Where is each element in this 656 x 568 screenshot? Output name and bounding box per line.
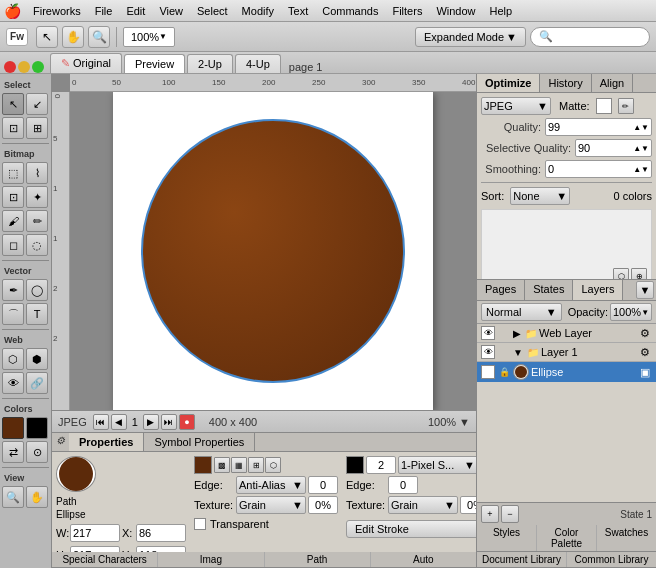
layer-ellipse[interactable]: 👁 🔒 Ellipse ▣: [477, 362, 656, 382]
tab-align[interactable]: Align: [592, 74, 633, 92]
tab-preview[interactable]: Preview: [124, 54, 185, 73]
tool-hotspot[interactable]: ⬡: [2, 348, 24, 370]
selective-quality-input[interactable]: 90 ▲▼: [575, 139, 652, 157]
quality-stepper[interactable]: ▲▼: [633, 123, 649, 132]
opacity-input[interactable]: 100% ▼: [610, 303, 652, 321]
selective-stepper[interactable]: ▲▼: [633, 144, 649, 153]
tool-magic-wand[interactable]: ✦: [26, 186, 48, 208]
tool-text[interactable]: T: [26, 303, 48, 325]
tool-scale[interactable]: ⊡: [2, 117, 24, 139]
fill-icon-4[interactable]: ⬡: [265, 457, 281, 473]
tab-optimize[interactable]: Optimize: [477, 74, 540, 92]
maximize-button[interactable]: [32, 61, 44, 73]
menu-text[interactable]: Text: [282, 3, 314, 19]
tab-layers[interactable]: Layers: [573, 280, 623, 300]
apple-menu[interactable]: 🍎: [4, 3, 21, 19]
tool-hand-view[interactable]: ✋: [26, 486, 48, 508]
special-doc-library[interactable]: Document Library: [477, 552, 567, 567]
menu-commands[interactable]: Commands: [316, 3, 384, 19]
zoom-arrow-status[interactable]: ▼: [459, 416, 470, 428]
tab-symbol-properties[interactable]: Symbol Properties: [144, 433, 255, 451]
nav-first[interactable]: ⏮: [93, 414, 109, 430]
fill-icon-3[interactable]: ⊞: [248, 457, 264, 473]
menu-modify[interactable]: Modify: [236, 3, 280, 19]
canvas-content[interactable]: [70, 92, 476, 410]
stroke-type-dropdown[interactable]: 1-Pixel S... ▼: [398, 456, 476, 474]
special-swatches[interactable]: Swatches: [597, 525, 656, 551]
special-common-library[interactable]: Common Library: [567, 552, 656, 567]
zoom-field[interactable]: 100% ▼: [123, 27, 175, 47]
fill-color-swatch[interactable]: [194, 456, 212, 474]
nav-prev[interactable]: ◀: [111, 414, 127, 430]
matte-icon[interactable]: ✏: [618, 98, 634, 114]
tool-select[interactable]: ↖: [2, 93, 24, 115]
tool-eraser[interactable]: ◻: [2, 234, 24, 256]
ellipse-eye[interactable]: 👁: [481, 365, 495, 379]
texture-dropdown[interactable]: Grain ▼: [236, 496, 306, 514]
menu-file[interactable]: File: [89, 3, 119, 19]
tool-zoom-view[interactable]: 🔍: [2, 486, 24, 508]
swatch-icon-1[interactable]: ⬡: [613, 268, 629, 279]
toolbar-zoom[interactable]: 🔍: [88, 26, 110, 48]
tool-fill-color[interactable]: [2, 417, 24, 439]
layer-1[interactable]: 👁 ▼ 📁 Layer 1 ⚙: [477, 343, 656, 362]
x-input[interactable]: 86: [136, 524, 186, 542]
stroke-texture-pct[interactable]: 0%: [460, 496, 476, 514]
tool-freeform[interactable]: ⌒: [2, 303, 24, 325]
tab-4up[interactable]: 4-Up: [235, 54, 281, 73]
edge-num[interactable]: 0: [308, 476, 338, 494]
zoom-arrow[interactable]: ▼: [159, 32, 167, 41]
layers-options-button[interactable]: ▼: [636, 281, 654, 299]
transparent-checkbox[interactable]: [194, 518, 206, 530]
search-input[interactable]: 🔍: [530, 27, 650, 47]
tool-stroke-color[interactable]: [26, 417, 48, 439]
smoothing-stepper[interactable]: ▲▼: [633, 165, 649, 174]
fill-icon-1[interactable]: ▩: [214, 457, 230, 473]
fill-icon-2[interactable]: ▦: [231, 457, 247, 473]
swatch-icon-2[interactable]: ⊕: [631, 268, 647, 279]
layer1-expand[interactable]: ▼: [513, 347, 523, 358]
special-path[interactable]: Path: [265, 552, 371, 567]
web-layer-settings[interactable]: ⚙: [638, 326, 652, 340]
tool-link[interactable]: 🔗: [26, 372, 48, 394]
menu-help[interactable]: Help: [484, 3, 519, 19]
width-input[interactable]: 217: [70, 524, 120, 542]
tab-pages[interactable]: Pages: [477, 280, 525, 300]
special-color-palette[interactable]: Color Palette: [537, 525, 597, 551]
smoothing-input[interactable]: 0 ▲▼: [545, 160, 652, 178]
nav-last[interactable]: ⏭: [161, 414, 177, 430]
tool-pencil[interactable]: ✏: [26, 210, 48, 232]
toolbar-pointer[interactable]: ↖: [36, 26, 58, 48]
tool-marquee[interactable]: ⬚: [2, 162, 24, 184]
edge-dropdown[interactable]: Anti-Alias ▼: [236, 476, 306, 494]
close-button[interactable]: [4, 61, 16, 73]
menu-window[interactable]: Window: [430, 3, 481, 19]
stroke-texture-dropdown[interactable]: Grain ▼: [388, 496, 458, 514]
tool-shape[interactable]: ◯: [26, 279, 48, 301]
canvas-area[interactable]: 0 50 100 150 200 250 300 350 400 0 5 1 1…: [52, 74, 476, 410]
menu-filters[interactable]: Filters: [386, 3, 428, 19]
tool-slice[interactable]: ⬢: [26, 348, 48, 370]
matte-color-swatch[interactable]: [596, 98, 612, 114]
edit-stroke-button[interactable]: Edit Stroke: [346, 520, 476, 538]
special-auto[interactable]: Auto: [371, 552, 476, 567]
blend-mode-dropdown[interactable]: Normal ▼: [481, 303, 562, 321]
layer-web-layer[interactable]: 👁 ▶ 📁 Web Layer ⚙: [477, 324, 656, 343]
special-imag[interactable]: Imag: [158, 552, 264, 567]
texture-pct[interactable]: 0%: [308, 496, 338, 514]
tool-crop[interactable]: ⊡: [2, 186, 24, 208]
tab-history[interactable]: History: [540, 74, 591, 92]
menu-fireworks[interactable]: Fireworks: [27, 3, 87, 19]
tool-hide-hotspots[interactable]: 👁: [2, 372, 24, 394]
nav-next[interactable]: ▶: [143, 414, 159, 430]
sort-dropdown[interactable]: None ▼: [510, 187, 570, 205]
web-layer-eye[interactable]: 👁: [481, 326, 495, 340]
tab-states[interactable]: States: [525, 280, 573, 300]
menu-edit[interactable]: Edit: [120, 3, 151, 19]
quality-input[interactable]: 99 ▲▼: [545, 118, 652, 136]
tool-skew[interactable]: ⊞: [26, 117, 48, 139]
tool-lasso[interactable]: ⌇: [26, 162, 48, 184]
stroke-color-swatch[interactable]: [346, 456, 364, 474]
special-characters[interactable]: Special Characters: [52, 552, 158, 567]
canvas-ellipse[interactable]: [141, 119, 405, 383]
